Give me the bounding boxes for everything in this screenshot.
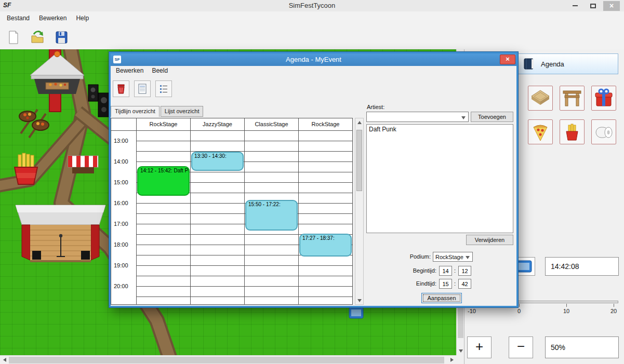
schedule-event[interactable]: 15:50 - 17:22: bbox=[245, 200, 298, 230]
slider-tick-label: 20 bbox=[610, 308, 617, 314]
dialog-menu-bar: BewerkenBeeld bbox=[111, 66, 172, 76]
time-label: 20:00 bbox=[114, 283, 128, 289]
close-button[interactable]: × bbox=[603, 1, 620, 11]
shop-item-pizza[interactable] bbox=[528, 119, 553, 144]
apply-button[interactable]: Aanpassen bbox=[421, 293, 462, 303]
tab-lijst-overzicht[interactable]: Lijst overzicht bbox=[161, 106, 204, 117]
fries-stand-sprite[interactable] bbox=[15, 153, 37, 184]
dialog-title-bar[interactable]: SF Agenda - MyEvent × bbox=[111, 53, 516, 66]
grid-vline bbox=[136, 131, 137, 304]
shop-item-stand[interactable] bbox=[560, 86, 585, 111]
slider-tick-label: 0 bbox=[517, 308, 521, 314]
menu-item-bewerken[interactable]: Bewerken bbox=[34, 14, 71, 23]
dialog-menu-item-beeld[interactable]: Beeld bbox=[148, 66, 172, 76]
schedule-event[interactable]: 13:30 - 14:30: bbox=[191, 152, 244, 171]
podium-label: Podium: bbox=[387, 253, 431, 260]
schedule-body[interactable]: 13:0014:0015:0016:0017:0018:0019:0020:00… bbox=[111, 131, 352, 304]
dialog-close-button[interactable]: × bbox=[500, 55, 515, 64]
down-arrow-icon bbox=[459, 349, 463, 353]
bbq-sprite[interactable] bbox=[19, 110, 49, 138]
chevron-down-icon bbox=[466, 256, 470, 259]
stand-icon bbox=[561, 87, 583, 109]
blue-sign-sprite[interactable] bbox=[349, 307, 363, 318]
agenda-button[interactable]: Agenda bbox=[516, 53, 618, 74]
pizza-icon bbox=[529, 121, 551, 143]
right-arrow-icon bbox=[450, 358, 454, 362]
fries-icon bbox=[561, 121, 583, 143]
open-file-button[interactable] bbox=[28, 28, 47, 47]
slider-tick-label: 10 bbox=[563, 308, 569, 314]
gift-icon bbox=[593, 87, 615, 109]
begin-time-label: Begintijd: bbox=[377, 267, 436, 274]
time-column-spacer bbox=[111, 118, 136, 130]
stage-sprite[interactable] bbox=[16, 205, 105, 262]
schedule-grid: RockStageJazzyStageClassicStageRockStage… bbox=[111, 118, 353, 305]
new-file-icon bbox=[6, 30, 21, 45]
scroll-left-button[interactable] bbox=[0, 356, 9, 364]
podium-combobox[interactable]: RockStage bbox=[433, 252, 473, 262]
minimize-button[interactable] bbox=[568, 1, 582, 11]
time-label: 14:00 bbox=[114, 158, 128, 165]
schedule-scroll-thumb[interactable] bbox=[356, 130, 362, 191]
shop-item-toiletpaper[interactable] bbox=[591, 119, 616, 144]
begin-hour-input[interactable] bbox=[439, 266, 452, 276]
end-hour-input[interactable] bbox=[439, 279, 452, 289]
artist-list-item[interactable]: Daft Punk bbox=[367, 125, 513, 134]
artist-combobox[interactable] bbox=[366, 112, 469, 122]
minimize-icon bbox=[573, 5, 578, 6]
timeline-view-button[interactable] bbox=[134, 80, 151, 97]
end-minute-input[interactable] bbox=[458, 279, 471, 289]
main-window: SF SimFestTycoon × BestandBewerkenHelp bbox=[0, 0, 624, 364]
slider-tick bbox=[614, 304, 614, 307]
new-file-button[interactable] bbox=[4, 28, 23, 47]
shop-item-floor[interactable] bbox=[528, 86, 553, 111]
slider-tick bbox=[566, 304, 567, 307]
tab-tijdlijn-overzicht[interactable]: Tijdlijn overzicht bbox=[111, 106, 160, 117]
left-arrow-icon bbox=[3, 358, 6, 362]
remove-artist-button[interactable]: Verwijderen bbox=[466, 235, 513, 245]
open-file-icon bbox=[30, 30, 45, 45]
schedule-scrollbar[interactable] bbox=[355, 118, 364, 305]
list-view-icon bbox=[158, 83, 169, 95]
delete-button[interactable] bbox=[113, 80, 129, 97]
artist-listbox[interactable]: Daft Punk bbox=[366, 124, 513, 233]
shop-item-gift[interactable] bbox=[591, 86, 616, 111]
map-horizontal-scrollbar[interactable] bbox=[0, 355, 456, 364]
grid-vline bbox=[190, 131, 191, 304]
menu-item-bestand[interactable]: Bestand bbox=[2, 14, 34, 23]
schedule-scroll-down-button[interactable] bbox=[355, 296, 363, 304]
time-separator: : bbox=[454, 280, 456, 287]
save-file-button[interactable] bbox=[52, 28, 71, 47]
horizontal-scroll-thumb[interactable] bbox=[9, 357, 444, 363]
end-time-label: Eindtijd: bbox=[377, 280, 436, 287]
time-label: 15:00 bbox=[114, 179, 128, 185]
schedule-event[interactable]: 17:27 - 18:37: bbox=[299, 234, 352, 257]
grid-vline bbox=[298, 131, 299, 304]
podium-combobox-value: RockStage bbox=[435, 254, 463, 260]
maximize-button[interactable] bbox=[586, 1, 600, 11]
schedule-event[interactable]: 14:12 - 15:42: Daft Punk bbox=[137, 166, 190, 196]
chevron-down-icon bbox=[461, 116, 466, 119]
striped-stand-sprite[interactable] bbox=[68, 156, 98, 173]
timeline-view-icon bbox=[137, 83, 148, 95]
shop-item-fries[interactable] bbox=[560, 119, 585, 144]
dialog-menu-item-bewerken[interactable]: Bewerken bbox=[112, 66, 148, 76]
title-bar: SF SimFestTycoon × bbox=[0, 0, 624, 11]
scroll-down-button[interactable] bbox=[457, 347, 464, 355]
up-arrow-icon bbox=[357, 121, 362, 124]
zoom-out-button[interactable]: − bbox=[509, 336, 533, 358]
time-label: 13:00 bbox=[114, 138, 128, 144]
begin-minute-input[interactable] bbox=[458, 266, 471, 276]
column-header-0: RockStage bbox=[136, 118, 190, 130]
schedule-scroll-up-button[interactable] bbox=[355, 118, 363, 126]
zoom-in-button[interactable]: + bbox=[467, 336, 492, 358]
scroll-right-button[interactable] bbox=[447, 356, 456, 364]
slider-tick bbox=[519, 304, 520, 307]
add-artist-button[interactable]: Toevoegen bbox=[471, 112, 513, 122]
list-view-button[interactable] bbox=[155, 80, 172, 97]
zoom-value: 50% bbox=[545, 336, 619, 358]
speaker-stack-sprite[interactable] bbox=[88, 85, 110, 117]
menu-item-help[interactable]: Help bbox=[71, 14, 94, 23]
artist-pane: Artiest: Toevoegen Daft Punk Verwijderen… bbox=[366, 66, 516, 306]
floor-icon bbox=[529, 87, 551, 109]
